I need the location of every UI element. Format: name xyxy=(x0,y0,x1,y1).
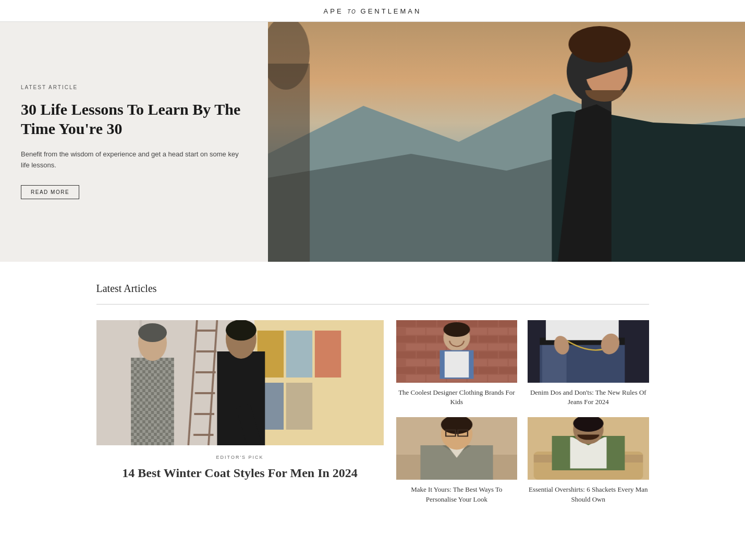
hero-text-panel: Latest Article 30 Life Lessons To Learn … xyxy=(0,22,268,262)
logo-part2: GENTLEMAN xyxy=(361,7,422,15)
small-article-canvas-0 xyxy=(396,320,517,383)
small-article-card-3[interactable]: Essential Overshirts: 6 Shackets Every M… xyxy=(528,417,649,504)
latest-articles-section: Latest Articles Editor's Pick 14 Best Wi… xyxy=(86,262,659,525)
small-article-canvas-2 xyxy=(396,417,517,480)
hero-image-panel xyxy=(268,22,745,262)
hero-title: 30 Life Lessons To Learn By The Time You… xyxy=(21,100,247,139)
editor-pick-label: Editor's Pick xyxy=(96,455,384,460)
articles-grid: Editor's Pick 14 Best Winter Coat Styles… xyxy=(96,320,649,504)
logo-to: TO xyxy=(347,9,357,15)
featured-article-title: 14 Best Winter Coat Styles For Men In 20… xyxy=(96,465,384,481)
small-article-link-0[interactable]: The Coolest Designer Clothing Brands For… xyxy=(398,388,515,406)
small-article-link-2[interactable]: Make It Yours: The Best Ways To Personal… xyxy=(411,485,502,503)
hero-description: Benefit from the wisdom of experience an… xyxy=(21,149,247,171)
small-article-card-1[interactable]: Denim Dos and Don'ts: The New Rules Of J… xyxy=(528,320,649,407)
small-article-card-0[interactable]: The Coolest Designer Clothing Brands For… xyxy=(396,320,517,407)
small-article-image-1 xyxy=(528,320,649,383)
small-article-image-3 xyxy=(528,417,649,480)
hero-label: Latest Article xyxy=(21,84,247,90)
small-article-image-0 xyxy=(396,320,517,383)
small-article-title-0: The Coolest Designer Clothing Brands For… xyxy=(396,388,517,407)
small-article-image-2 xyxy=(396,417,517,480)
small-article-link-1[interactable]: Denim Dos and Don'ts: The New Rules Of J… xyxy=(530,388,646,406)
section-title: Latest Articles xyxy=(96,283,649,295)
small-article-canvas-3 xyxy=(528,417,649,480)
logo-part1: APE xyxy=(324,7,344,15)
site-logo[interactable]: APE TO GENTLEMAN xyxy=(0,7,745,15)
section-divider xyxy=(96,304,649,305)
small-article-title-2: Make It Yours: The Best Ways To Personal… xyxy=(396,485,517,504)
articles-right-grid: The Coolest Designer Clothing Brands For… xyxy=(396,320,649,504)
featured-article-canvas xyxy=(96,320,384,445)
featured-article-image xyxy=(96,320,384,445)
small-article-canvas-1 xyxy=(528,320,649,383)
small-article-title-1: Denim Dos and Don'ts: The New Rules Of J… xyxy=(528,388,649,407)
featured-article-card[interactable]: Editor's Pick 14 Best Winter Coat Styles… xyxy=(96,320,384,481)
hero-section: Latest Article 30 Life Lessons To Learn … xyxy=(0,22,745,262)
small-article-title-3: Essential Overshirts: 6 Shackets Every M… xyxy=(528,485,649,504)
hero-read-more-button[interactable]: Read More xyxy=(21,185,79,199)
small-article-card-2[interactable]: Make It Yours: The Best Ways To Personal… xyxy=(396,417,517,504)
hero-image-canvas xyxy=(268,22,745,262)
small-article-link-3[interactable]: Essential Overshirts: 6 Shackets Every M… xyxy=(529,485,648,503)
site-header: APE TO GENTLEMAN xyxy=(0,0,745,22)
featured-article-link[interactable]: 14 Best Winter Coat Styles For Men In 20… xyxy=(122,466,358,480)
